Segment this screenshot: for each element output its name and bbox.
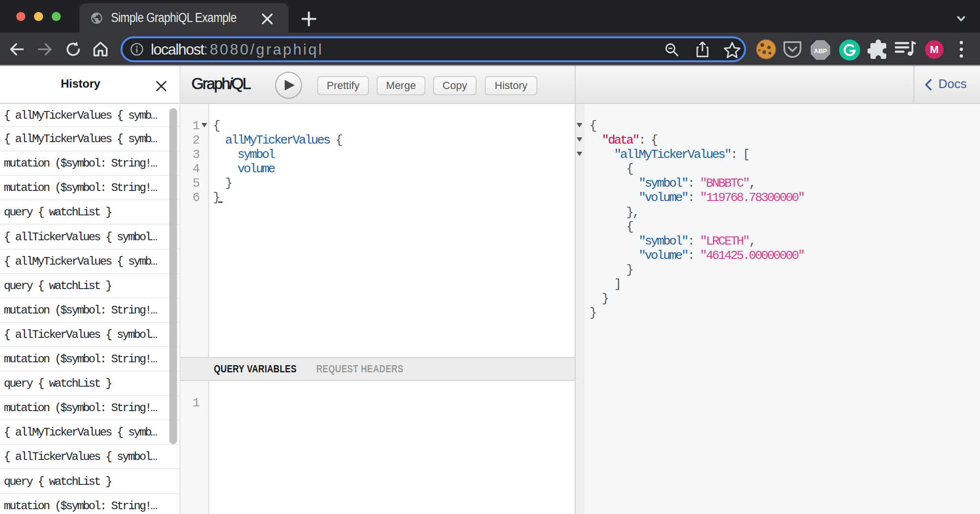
svg-text:ABP: ABP xyxy=(814,47,827,55)
